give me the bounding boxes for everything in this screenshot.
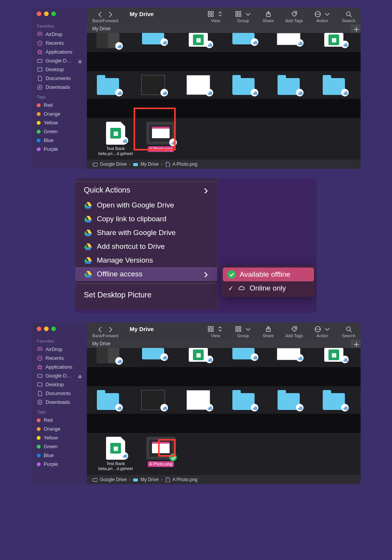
action-button[interactable]: Action — [314, 326, 330, 338]
add-tags-button[interactable]: Add Tags — [285, 11, 303, 23]
tag-red[interactable]: Red — [31, 416, 87, 424]
path-segment[interactable]: Google Drive — [100, 477, 127, 482]
path-segment[interactable]: My Drive — [140, 477, 158, 482]
active-tab[interactable]: My Drive — [92, 341, 110, 346]
path-segment[interactable]: A Photo.png — [172, 477, 197, 482]
add-tags-button[interactable]: Add Tags — [285, 326, 303, 338]
tag-yellow[interactable]: Yellow — [31, 433, 87, 442]
file-item-a-photo[interactable]: A Photo.png — [144, 122, 177, 152]
group-button[interactable]: Group — [235, 326, 251, 338]
file-item[interactable] — [95, 348, 121, 363]
view-button[interactable]: View — [207, 11, 224, 23]
window-traffic-lights[interactable] — [31, 11, 87, 21]
sidebar-item-desktop[interactable]: Desktop — [31, 65, 87, 74]
folder-item[interactable] — [230, 393, 257, 410]
zoom-dot[interactable] — [51, 327, 56, 331]
forward-icon[interactable] — [107, 326, 114, 332]
quick-actions-header[interactable]: Quick Actions — [75, 181, 217, 198]
sidebar-item-airdrop[interactable]: AirDrop — [31, 30, 87, 39]
view-button[interactable]: View — [207, 326, 224, 338]
sidebar-item-downloads[interactable]: Downloads — [31, 83, 87, 91]
folder-item[interactable] — [230, 348, 257, 359]
back-icon[interactable] — [97, 326, 103, 332]
ctx-open-with-google-drive[interactable]: Open with Google Drive — [75, 198, 217, 212]
folder-item[interactable] — [275, 78, 302, 95]
sidebar-item-downloads[interactable]: Downloads — [31, 398, 87, 407]
folder-item[interactable] — [95, 393, 121, 410]
file-item[interactable] — [275, 348, 302, 360]
path-segment[interactable]: My Drive — [140, 162, 158, 167]
sidebar-item-recents[interactable]: Recents — [31, 39, 87, 47]
folder-item[interactable] — [275, 393, 302, 410]
back-forward-buttons[interactable]: Back/Forward — [92, 11, 118, 23]
folder-item[interactable] — [140, 33, 167, 44]
tag-purple[interactable]: Purple — [31, 145, 87, 153]
file-item-gsheet[interactable]: ▦ — [320, 33, 347, 47]
back-forward-buttons[interactable]: Back/Forward — [92, 326, 118, 338]
folder-item[interactable] — [140, 348, 167, 359]
file-item-gsheet[interactable]: ▦ — [320, 348, 347, 362]
sidebar-item-google-drive[interactable]: Google D… — [31, 56, 87, 65]
icon-grid[interactable]: ▦ ▦ ▦ — [87, 348, 361, 475]
minimize-dot[interactable] — [44, 11, 49, 16]
sidebar-item-applications[interactable]: Applications — [31, 47, 87, 56]
back-icon[interactable] — [97, 11, 103, 17]
path-segment[interactable]: Google Drive — [100, 162, 127, 167]
tag-orange[interactable]: Orange — [31, 109, 87, 118]
file-item-test-bank[interactable]: ▦ Test Bankbeta.pri…d.gsheet — [95, 437, 137, 471]
file-item-test-bank[interactable]: ▦ Test Bankbeta.pri…d.gsheet — [95, 122, 137, 156]
tag-blue[interactable]: Blue — [31, 451, 87, 460]
file-item[interactable] — [275, 33, 302, 45]
share-button[interactable]: Share — [263, 326, 274, 338]
sidebar-item-desktop[interactable]: Desktop — [31, 380, 87, 389]
path-segment[interactable]: A Photo.png — [172, 162, 197, 167]
tag-purple[interactable]: Purple — [31, 460, 87, 469]
folder-item[interactable] — [230, 33, 257, 44]
ctx-offline-access[interactable]: Offline access — [75, 267, 217, 281]
context-menu[interactable]: Quick Actions Open with Google Drive Cop… — [75, 178, 217, 309]
sidebar-item-airdrop[interactable]: AirDrop — [31, 345, 87, 354]
folder-item[interactable] — [95, 78, 121, 95]
submenu-available-offline[interactable]: Available offline — [223, 268, 314, 281]
offline-access-submenu[interactable]: Available offline ✓ Online only — [221, 266, 316, 297]
sidebar-item-documents[interactable]: Documents — [31, 389, 87, 398]
ctx-share-with-google-drive[interactable]: Share with Google Drive — [75, 226, 217, 240]
file-item-gsheet[interactable]: ▦ — [185, 33, 212, 47]
folder-item[interactable] — [320, 393, 347, 410]
file-item[interactable] — [95, 33, 121, 48]
path-bar[interactable]: Google Drive› My Drive› A Photo.png — [87, 475, 361, 484]
tag-blue[interactable]: Blue — [31, 136, 87, 145]
new-tab-button[interactable] — [351, 340, 361, 348]
window-traffic-lights[interactable] — [31, 327, 87, 336]
action-button[interactable]: Action — [314, 11, 330, 23]
minimize-dot[interactable] — [44, 327, 49, 331]
new-tab-button[interactable] — [351, 24, 361, 33]
search-button[interactable]: Search — [342, 11, 355, 23]
tag-red[interactable]: Red — [31, 101, 87, 109]
file-item[interactable] — [140, 75, 167, 95]
tab-strip[interactable]: My Drive — [87, 340, 361, 348]
sidebar-item-google-drive[interactable]: Google D… — [31, 371, 87, 380]
forward-icon[interactable] — [107, 11, 114, 17]
group-button[interactable]: Group — [235, 11, 251, 23]
tag-orange[interactable]: Orange — [31, 424, 87, 433]
eject-icon[interactable] — [77, 59, 82, 63]
folder-item[interactable] — [230, 78, 257, 95]
close-dot[interactable] — [37, 11, 41, 16]
ctx-copy-link[interactable]: Copy link to clipboard — [75, 212, 217, 226]
path-bar[interactable]: Google Drive› My Drive› A Photo.png — [87, 160, 361, 169]
close-dot[interactable] — [37, 327, 41, 331]
file-item-gsheet[interactable]: ▦ — [185, 348, 212, 362]
eject-icon[interactable] — [77, 374, 82, 378]
tag-yellow[interactable]: Yellow — [31, 118, 87, 127]
search-button[interactable]: Search — [342, 326, 355, 338]
file-item[interactable] — [185, 390, 212, 410]
sidebar-item-recents[interactable]: Recents — [31, 354, 87, 362]
tab-strip[interactable]: My Drive — [87, 24, 361, 33]
sidebar-item-applications[interactable]: Applications — [31, 362, 87, 371]
file-item[interactable] — [185, 75, 212, 95]
ctx-manage-versions[interactable]: Manage Versions — [75, 253, 217, 267]
sidebar-item-documents[interactable]: Documents — [31, 74, 87, 83]
icon-grid[interactable]: ▦ ▦ ▦ — [87, 33, 361, 160]
active-tab[interactable]: My Drive — [92, 26, 110, 31]
